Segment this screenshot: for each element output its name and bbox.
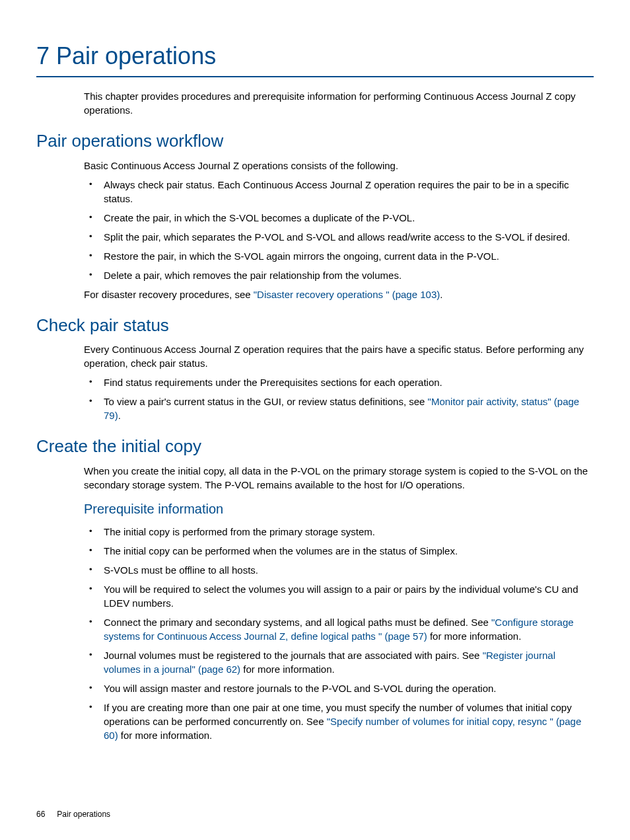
text: for more information.	[118, 730, 213, 741]
text: for more information.	[240, 664, 335, 675]
check-status-bullet-list: Find status requirements under the Prere…	[84, 375, 594, 422]
disaster-recovery-link[interactable]: "Disaster recovery operations " (page 10…	[254, 289, 440, 300]
chapter-title: 7 Pair operations	[36, 40, 594, 77]
list-item: Delete a pair, which removes the pair re…	[104, 268, 594, 282]
text: For disaster recovery procedures, see	[84, 289, 254, 300]
text: .	[118, 410, 121, 421]
section-check-status-intro: Every Continuous Access Journal Z operat…	[84, 342, 594, 370]
list-item: You will be required to select the volum…	[104, 582, 594, 610]
page-number: 66	[36, 810, 45, 819]
text: .	[440, 289, 442, 300]
section-create-copy-intro: When you create the initial copy, all da…	[84, 464, 594, 492]
workflow-outro: For disaster recovery procedures, see "D…	[84, 287, 594, 301]
section-workflow-intro: Basic Continuous Access Journal Z operat…	[84, 159, 594, 172]
text: To view a pair's current status in the G…	[104, 396, 428, 407]
chapter-intro: This chapter provides procedures and pre…	[84, 89, 594, 117]
list-item: Restore the pair, in which the S-VOL aga…	[104, 249, 594, 263]
list-item: If you are creating more than one pair a…	[104, 701, 594, 742]
text: Connect the primary and secondary system…	[104, 617, 491, 628]
list-item: Create the pair, in which the S-VOL beco…	[104, 211, 594, 225]
list-item: Always check pair status. Each Continuou…	[104, 178, 594, 206]
list-item: The initial copy is performed from the p…	[104, 525, 594, 539]
footer-label: Pair operations	[57, 810, 110, 819]
list-item: Journal volumes must be registered to th…	[104, 648, 594, 676]
list-item: Split the pair, which separates the P-VO…	[104, 230, 594, 244]
list-item: Connect the primary and secondary system…	[104, 615, 594, 643]
list-item: S-VOLs must be offline to all hosts.	[104, 563, 594, 577]
list-item: You will assign master and restore journ…	[104, 681, 594, 695]
list-item: The initial copy can be performed when t…	[104, 544, 594, 558]
workflow-bullet-list: Always check pair status. Each Continuou…	[84, 178, 594, 282]
prerequisite-title: Prerequisite information	[84, 500, 594, 518]
section-create-copy-title: Create the initial copy	[36, 434, 594, 458]
list-item: Find status requirements under the Prere…	[104, 375, 594, 389]
list-item: To view a pair's current status in the G…	[104, 395, 594, 422]
page-footer: 66Pair operations	[36, 809, 110, 820]
section-workflow-title: Pair operations workflow	[36, 129, 594, 153]
prerequisite-bullet-list: The initial copy is performed from the p…	[84, 525, 594, 742]
text: Journal volumes must be registered to th…	[104, 650, 483, 661]
text: for more information.	[427, 630, 522, 642]
section-check-status-title: Check pair status	[36, 313, 594, 337]
